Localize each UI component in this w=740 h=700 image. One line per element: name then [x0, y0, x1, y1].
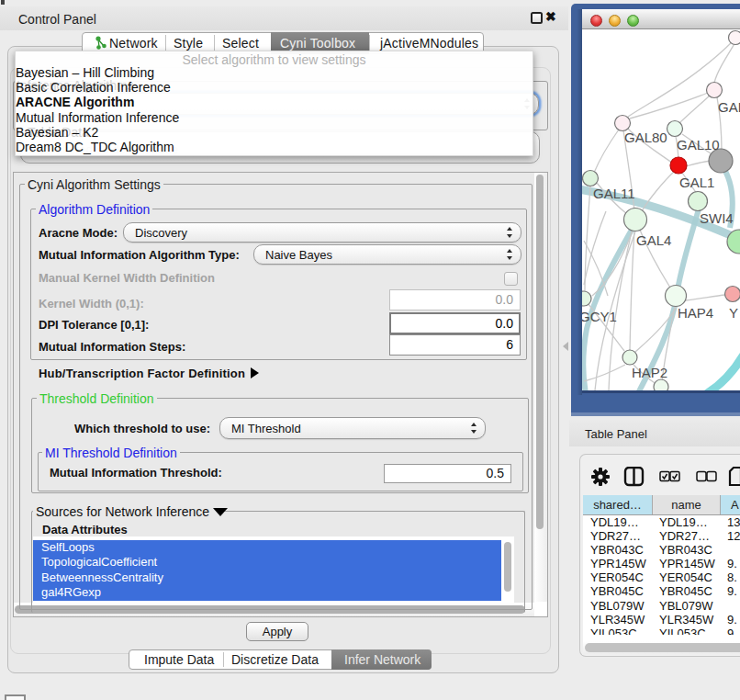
svg-text:GAL10: GAL10	[677, 137, 720, 152]
svg-text:GAL4: GAL4	[636, 232, 671, 248]
svg-text:GAL1: GAL1	[679, 175, 714, 190]
svg-text:GAL: GAL	[718, 99, 740, 115]
svg-text:HAP4: HAP4	[678, 305, 713, 321]
svg-text:GCY1: GCY1	[582, 309, 617, 324]
svg-text:GAL11: GAL11	[593, 186, 635, 201]
svg-text:GAL80: GAL80	[624, 130, 667, 145]
svg-text:SWI4: SWI4	[700, 210, 734, 226]
svg-text:HAP2: HAP2	[632, 365, 667, 380]
svg-text:Y: Y	[729, 305, 738, 321]
